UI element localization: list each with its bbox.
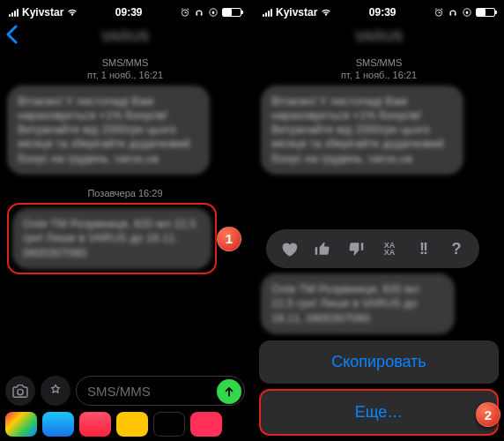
headphones-icon <box>194 7 204 18</box>
action-more[interactable]: Еще… <box>259 389 499 436</box>
music-app-icon[interactable] <box>79 412 111 437</box>
svg-point-3 <box>18 389 23 394</box>
back-button[interactable] <box>5 25 18 44</box>
battery-icon <box>476 8 495 17</box>
signal-icon <box>263 9 272 17</box>
digitaltouch-app-icon[interactable] <box>153 412 185 437</box>
thread-title: VARUS <box>101 29 150 45</box>
status-bar: Kyivstar 09:39 <box>0 0 250 21</box>
clock: 09:39 <box>369 6 397 19</box>
screenshot-right: Kyivstar 09:39 VARUS SMS/MMS пт, 1 нояб.… <box>254 0 504 441</box>
compose-bar: SMS/MMS <box>0 372 250 441</box>
reaction-bar[interactable]: XA XA !! ? <box>266 229 479 268</box>
compose-placeholder: SMS/MMS <box>87 384 151 399</box>
message-bubble[interactable]: Вітаємо! У листопаді Вам нараховується +… <box>261 86 463 175</box>
reaction-exclaim-icon[interactable]: !! <box>412 238 434 259</box>
carrier-label: Kyivstar <box>276 6 317 19</box>
app-icon[interactable] <box>190 412 222 437</box>
send-button[interactable] <box>217 379 241 404</box>
status-bar: Kyivstar 09:39 <box>254 0 504 21</box>
thread-meta: SMS/MMS пт, 1 нояб., 16:21 <box>7 56 243 82</box>
appstore-button[interactable] <box>41 376 70 406</box>
memoji-app-icon[interactable] <box>116 412 148 437</box>
wifi-icon <box>321 7 331 18</box>
reaction-heart-icon[interactable] <box>278 238 300 259</box>
callout-badge-2: 2 <box>476 402 500 427</box>
conversation: SMS/MMS пт, 1 нояб., 16:21 Вітаємо! У ли… <box>254 53 504 175</box>
time-divider: Позавчера 16:29 <box>7 187 243 199</box>
svg-rect-2 <box>212 11 214 14</box>
rotation-lock-icon <box>462 7 472 18</box>
action-sheet: Скопировать Еще… 2 <box>259 340 499 436</box>
compose-input[interactable]: SMS/MMS <box>76 376 245 406</box>
selected-message-highlight: Олія ТМ Розумниця, 820 мл 22,5 грн! Лише… <box>7 203 217 274</box>
alarm-icon <box>434 7 444 18</box>
nav-bar: VARUS <box>0 21 250 53</box>
thread-title: VARUS <box>355 29 404 45</box>
conversation: SMS/MMS пт, 1 нояб., 16:21 Вітаємо! У ли… <box>0 53 250 274</box>
photos-app-icon[interactable] <box>5 412 37 437</box>
app-drawer[interactable] <box>5 409 245 439</box>
message-bubble[interactable]: Вітаємо! У листопаді Вам нараховується +… <box>7 86 210 175</box>
camera-button[interactable] <box>5 376 35 406</box>
signal-icon <box>9 9 19 17</box>
reaction-question-icon[interactable]: ? <box>446 238 467 259</box>
reaction-thumbsup-icon[interactable] <box>312 238 333 259</box>
svg-rect-6 <box>466 11 468 14</box>
rotation-lock-icon <box>208 7 219 18</box>
action-copy[interactable]: Скопировать <box>259 340 499 384</box>
thread-meta: SMS/MMS пт, 1 нояб., 16:21 <box>261 56 497 82</box>
battery-icon <box>222 8 241 17</box>
carrier-label: Kyivstar <box>22 6 63 19</box>
screenshot-left: Kyivstar 09:39 VARUS SMS/MMS пт, 1 нояб.… <box>0 0 250 441</box>
nav-bar: VARUS <box>254 21 504 53</box>
headphones-icon <box>448 7 458 18</box>
reaction-haha-icon[interactable]: XA XA <box>379 238 400 259</box>
wifi-icon <box>67 7 78 18</box>
message-bubble[interactable]: Олія ТМ Розумниця, 820 мл 22,5 грн! Лише… <box>12 208 211 269</box>
clock: 09:39 <box>115 6 143 19</box>
message-bubble-focused[interactable]: Олія ТМ Розумниця, 820 мл 22,5 грн! Лише… <box>261 273 455 334</box>
appstore-app-icon[interactable] <box>42 412 74 437</box>
reaction-thumbsdown-icon[interactable] <box>345 238 367 259</box>
alarm-icon <box>180 7 190 18</box>
callout-badge-1: 1 <box>217 227 241 251</box>
